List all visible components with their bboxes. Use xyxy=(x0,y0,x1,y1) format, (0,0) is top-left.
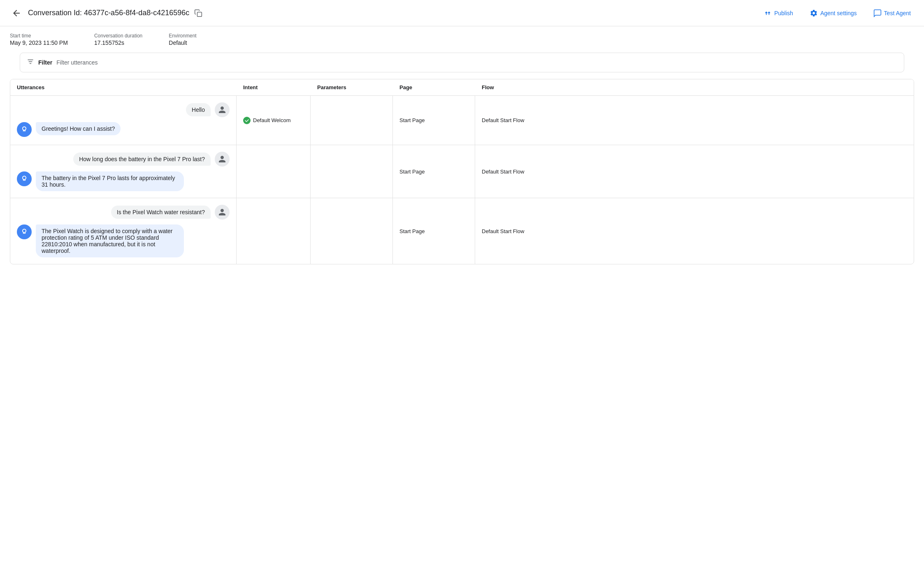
environment-value: Default xyxy=(169,39,187,46)
start-time-value: May 9, 2023 11:50 PM xyxy=(10,39,68,46)
user-avatar-2 xyxy=(215,205,230,220)
copy-icon[interactable] xyxy=(194,9,202,17)
user-bubble-0: Hello xyxy=(186,103,211,116)
intent-badge-0: Default Welcom xyxy=(243,117,291,124)
header-left: Conversation Id: 46377c-a56-8f4-da8-c421… xyxy=(10,7,754,20)
agent-bubble-1: The battery in the Pixel 7 Pro lasts for… xyxy=(36,171,184,191)
flow-cell-0: Default Start Flow xyxy=(475,96,914,145)
params-cell-1 xyxy=(311,145,393,198)
table-row: Hello Greetings! How can I assist? xyxy=(10,96,914,145)
utterances-cell-0: Hello Greetings! How can I assist? xyxy=(10,96,237,145)
agent-avatar-1 xyxy=(17,171,32,186)
environment-label: Environment xyxy=(169,33,196,39)
page-value-2: Start Page xyxy=(399,228,425,234)
user-avatar-0 xyxy=(215,102,230,117)
params-cell-2 xyxy=(311,198,393,264)
user-bubble-2: Is the Pixel Watch water resistant? xyxy=(111,206,211,219)
header: Conversation Id: 46377c-a56-8f4-da8-c421… xyxy=(0,0,924,26)
intent-name-0: Default Welcom xyxy=(253,117,291,123)
user-message-0: Hello xyxy=(17,102,230,117)
flow-value-1: Default Start Flow xyxy=(482,169,524,175)
col-intent: Intent xyxy=(243,84,317,90)
user-message-2: Is the Pixel Watch water resistant? xyxy=(17,205,230,220)
table-row: Is the Pixel Watch water resistant? The … xyxy=(10,198,914,264)
user-bubble-1: How long does the battery in the Pixel 7… xyxy=(73,153,211,166)
agent-bubble-2: The Pixel Watch is designed to comply wi… xyxy=(36,224,184,257)
flow-value-0: Default Start Flow xyxy=(482,117,524,123)
page-cell-1: Start Page xyxy=(393,145,475,198)
publish-button[interactable]: Publish xyxy=(760,7,796,19)
user-avatar-1 xyxy=(215,152,230,167)
col-flow: Flow xyxy=(482,84,907,90)
intent-cell-0: Default Welcom xyxy=(237,96,311,145)
filter-icon xyxy=(27,58,34,67)
page-value-1: Start Page xyxy=(399,169,425,175)
agent-message-2: The Pixel Watch is designed to comply wi… xyxy=(17,224,230,257)
utterances-cell-1: How long does the battery in the Pixel 7… xyxy=(10,145,237,198)
agent-message-1: The battery in the Pixel 7 Pro lasts for… xyxy=(17,171,230,191)
filter-placeholder: Filter utterances xyxy=(56,59,98,66)
flow-value-2: Default Start Flow xyxy=(482,228,524,234)
agent-bubble-0: Greetings! How can I assist? xyxy=(36,122,121,135)
start-time-label: Start time xyxy=(10,33,68,39)
start-time-item: Start time May 9, 2023 11:50 PM xyxy=(10,33,68,46)
conversation-id: Conversation Id: 46377c-a56-8f4-da8-c421… xyxy=(28,9,189,17)
page-value-0: Start Page xyxy=(399,117,425,123)
table-header: Utterances Intent Parameters Page Flow xyxy=(10,79,914,96)
page-cell-0: Start Page xyxy=(393,96,475,145)
flow-cell-2: Default Start Flow xyxy=(475,198,914,264)
utterances-table: Utterances Intent Parameters Page Flow H… xyxy=(10,79,914,264)
page-cell-2: Start Page xyxy=(393,198,475,264)
header-actions: Publish Agent settings Test Agent xyxy=(760,7,914,19)
intent-check-icon xyxy=(243,117,251,124)
flow-cell-1: Default Start Flow xyxy=(475,145,914,198)
duration-value: 17.155752s xyxy=(94,39,124,46)
utterances-cell-2: Is the Pixel Watch water resistant? The … xyxy=(10,198,237,264)
intent-cell-2 xyxy=(237,198,311,264)
agent-avatar-0 xyxy=(17,122,32,137)
user-message-1: How long does the battery in the Pixel 7… xyxy=(17,152,230,167)
meta-bar: Start time May 9, 2023 11:50 PM Conversa… xyxy=(0,26,924,53)
col-page: Page xyxy=(399,84,482,90)
col-parameters: Parameters xyxy=(317,84,399,90)
test-agent-button[interactable]: Test Agent xyxy=(870,7,914,19)
params-cell-0 xyxy=(311,96,393,145)
filter-label: Filter xyxy=(38,59,52,66)
environment-item: Environment Default xyxy=(169,33,196,46)
duration-label: Conversation duration xyxy=(94,33,142,39)
intent-cell-1 xyxy=(237,145,311,198)
agent-settings-button[interactable]: Agent settings xyxy=(806,7,860,19)
agent-avatar-2 xyxy=(17,224,32,239)
col-utterances: Utterances xyxy=(17,84,243,90)
svg-rect-0 xyxy=(197,12,202,16)
duration-item: Conversation duration 17.155752s xyxy=(94,33,142,46)
back-button[interactable] xyxy=(10,7,23,20)
filter-bar: Filter Filter utterances xyxy=(20,53,904,72)
agent-message-0: Greetings! How can I assist? xyxy=(17,122,230,137)
table-row: How long does the battery in the Pixel 7… xyxy=(10,145,914,198)
